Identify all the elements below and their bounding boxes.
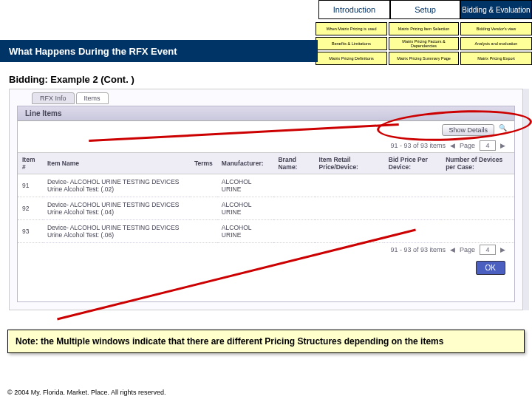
col-bid: Bid Price Per Device: xyxy=(384,153,441,174)
range-text: 91 - 93 of 93 items xyxy=(390,246,446,253)
table-row: 91 Device- ALCOHOL URINE TESTING DEVICES… xyxy=(18,174,514,197)
cell xyxy=(190,174,217,197)
tab-setup[interactable]: Setup xyxy=(390,0,460,19)
col-retail: Item Retail Price/Device: xyxy=(315,153,384,174)
col-item-num: Item # xyxy=(18,153,43,174)
col-item-name: Item Name xyxy=(43,153,190,174)
table-row: 93 Device- ALCOHOL URINE TESTING DEVICES… xyxy=(18,220,514,243)
col-manufacturer: Manufacturer: xyxy=(217,153,274,174)
inner-tab-items[interactable]: Items xyxy=(76,92,109,104)
grid-cell[interactable]: Matrix Pricing Factors & Dependencies xyxy=(389,37,459,50)
cell: ALCOHOL URINE xyxy=(217,174,274,197)
prev-page-icon[interactable]: ◀ xyxy=(450,246,455,253)
col-brand: Brand Name: xyxy=(273,153,314,174)
page-subtitle: Bidding: Example 2 (Cont. ) xyxy=(9,74,134,85)
cell: Device- ALCOHOL URINE TESTING DEVICES Ur… xyxy=(43,197,190,220)
copyright-footer: © 2004 My. Florida. Market. Place. All r… xyxy=(7,389,166,396)
tab-bidding-evaluation[interactable]: Bidding & Evaluation xyxy=(460,0,532,19)
col-terms: Terms xyxy=(190,153,217,174)
cell: Device- ALCOHOL URINE TESTING DEVICES Ur… xyxy=(43,174,190,197)
cell: ALCOHOL URINE xyxy=(217,197,274,220)
cell: 93 xyxy=(18,220,43,243)
line-items-table: Item # Item Name Terms Manufacturer: Bra… xyxy=(18,152,514,243)
pager-bottom: 91 - 93 of 93 items ◀ Page 4 ▶ xyxy=(18,243,514,256)
col-devices: Number of Devices per Case: xyxy=(441,153,514,174)
prev-page-icon[interactable]: ◀ xyxy=(450,142,455,149)
cell xyxy=(190,197,217,220)
cell: Device- ALCOHOL URINE TESTING DEVICES Ur… xyxy=(43,220,190,243)
ok-button[interactable]: OK xyxy=(476,261,505,275)
main-tabs: Introduction Setup Bidding & Evaluation xyxy=(318,0,532,19)
grid-cell[interactable]: Matrix Pricing Definitions xyxy=(316,52,387,65)
grid-cell[interactable]: Benefits & Limitations xyxy=(316,37,387,50)
cell: ALCOHOL URINE xyxy=(217,220,274,243)
page-label: Page xyxy=(460,246,475,253)
inner-tabs: RFX Info Items xyxy=(32,92,109,104)
grid-cell[interactable]: Analysis and evaluation xyxy=(460,37,532,50)
page-number-input[interactable]: 4 xyxy=(480,245,496,255)
next-page-icon[interactable]: ▶ xyxy=(500,246,505,253)
table-row: 92 Device- ALCOHOL URINE TESTING DEVICES… xyxy=(18,197,514,220)
grid-cell[interactable]: Bidding Vendor's view xyxy=(460,22,532,35)
inner-tab-rfx-info[interactable]: RFX Info xyxy=(32,92,75,104)
page-label: Page xyxy=(460,142,475,149)
grid-cell[interactable]: Matrix Pricing Item Selection xyxy=(389,22,459,35)
nav-grid: When Matrix Pricing is used Matrix Prici… xyxy=(316,22,532,65)
grid-cell[interactable]: Matrix Pricing Export xyxy=(460,52,532,65)
page-title: What Happens During the RFX Event xyxy=(9,46,177,57)
range-text: 91 - 93 of 93 items xyxy=(390,142,446,149)
note-box: Note: the Multiple windows indicate that… xyxy=(7,330,525,353)
page-number-input[interactable]: 4 xyxy=(480,140,496,151)
next-page-icon[interactable]: ▶ xyxy=(500,142,505,149)
page-title-bar: What Happens During the RFX Event xyxy=(0,40,318,62)
grid-cell[interactable]: When Matrix Pricing is used xyxy=(316,22,387,35)
tab-introduction[interactable]: Introduction xyxy=(318,0,390,19)
grid-cell[interactable]: Matrix Pricing Summary Page xyxy=(389,52,459,65)
cell: 92 xyxy=(18,197,43,220)
cell: 91 xyxy=(18,174,43,197)
cell xyxy=(190,220,217,243)
